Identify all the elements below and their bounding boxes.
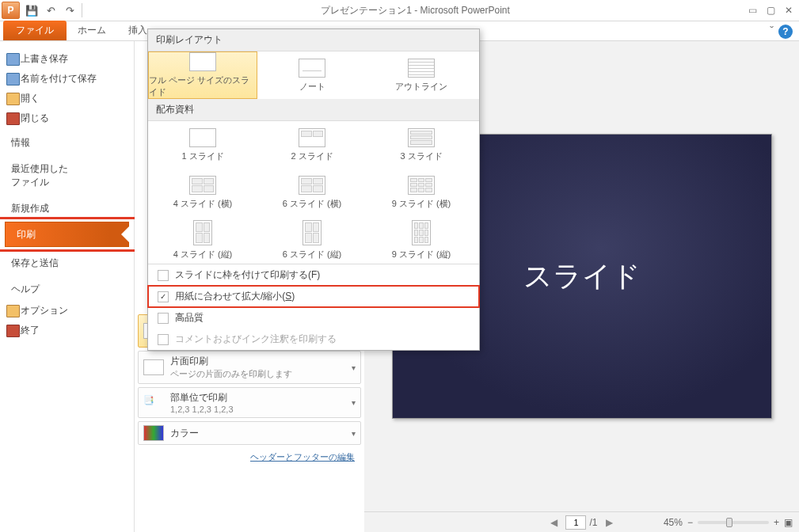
backstage-help[interactable]: ヘルプ — [0, 275, 134, 301]
color-icon — [143, 425, 164, 441]
layout-notes[interactable]: ノート — [257, 51, 367, 99]
page-icon — [302, 220, 322, 245]
option-print-ink: コメントおよびインク注釈を印刷する — [148, 329, 479, 350]
backstage-recent[interactable]: 最近使用した ファイル — [0, 154, 134, 194]
print-collate-title: 部単位で印刷 — [170, 391, 234, 405]
option-high-quality[interactable]: 高品質 — [148, 307, 479, 329]
close-icon[interactable]: ✕ — [785, 5, 793, 16]
collate-icon: 📑 — [143, 395, 164, 411]
handout-4t[interactable]: 4 スライド (縦) — [148, 216, 257, 264]
backstage-print[interactable]: 印刷 — [5, 222, 129, 247]
popup-section-handout: 配布資料 — [148, 99, 479, 121]
print-layout-popup: 印刷レイアウト フル ページ サイズのスライド ノート アウトライン 配布資料 … — [147, 28, 480, 351]
qat-save-icon[interactable]: 💾 — [25, 3, 39, 17]
zoom-in-button[interactable]: + — [774, 517, 779, 528]
print-color-title: カラー — [170, 427, 199, 440]
print-side-sub: ページの片面のみを印刷します — [170, 368, 292, 380]
qat-redo-icon[interactable]: ↷ — [63, 3, 77, 17]
help-icon[interactable]: ? — [778, 25, 793, 39]
app-button[interactable]: P — [2, 2, 20, 19]
checkbox-icon — [158, 270, 169, 281]
notes-icon — [299, 59, 325, 78]
page-icon — [193, 220, 212, 245]
option-ink-label: コメントおよびインク注釈を印刷する — [175, 332, 337, 346]
pager: ◀ /1 ▶ 45% − + ▣ — [364, 511, 799, 532]
slide-title: スライド — [523, 257, 641, 296]
print-color-select[interactable]: カラー ▾ — [138, 421, 361, 445]
handout-6w[interactable]: 6 スライド (横) — [257, 169, 367, 216]
backstage-close[interactable]: 閉じる — [0, 108, 134, 128]
handout-2[interactable]: 2 スライド — [257, 121, 367, 169]
backstage-save[interactable]: 上書き保存 — [0, 49, 134, 69]
handout-9t[interactable]: 9 スライド (縦) — [367, 216, 476, 264]
page-input[interactable] — [565, 515, 586, 530]
backstage-new[interactable]: 新規作成 — [0, 194, 134, 220]
backstage-open[interactable]: 開く — [0, 89, 134, 108]
layout-outline[interactable]: アウトライン — [367, 51, 476, 99]
zoom-slider[interactable] — [698, 521, 769, 524]
handout-9w[interactable]: 9 スライド (横) — [367, 169, 476, 216]
print-side-select[interactable]: 片面印刷 ページの片面のみを印刷します ▾ — [138, 351, 361, 384]
popup-section-layout: 印刷レイアウト — [148, 29, 479, 51]
backstage-exit[interactable]: 終了 — [0, 321, 134, 340]
option-frame-label: スライドに枠を付けて印刷する(F) — [175, 268, 320, 282]
outline-icon — [408, 59, 435, 78]
backstage-save-as[interactable]: 名前を付けて保存 — [0, 69, 134, 89]
chevron-down-icon: ▾ — [352, 429, 356, 438]
page-icon — [143, 359, 164, 375]
edit-header-footer-link[interactable]: ヘッダーとフッターの編集 — [135, 448, 364, 466]
backstage-sidebar: 上書き保存 名前を付けて保存 開く 閉じる 情報 最近使用した ファイル 新規作… — [0, 41, 135, 532]
page-total: /1 — [589, 517, 597, 528]
tab-file[interactable]: ファイル — [3, 21, 67, 40]
print-side-title: 片面印刷 — [170, 355, 292, 368]
tab-home[interactable]: ホーム — [67, 21, 117, 40]
backstage-info[interactable]: 情報 — [0, 128, 134, 154]
checkbox-icon — [158, 313, 169, 324]
backstage-options[interactable]: オプション — [0, 301, 134, 321]
handout-1[interactable]: 1 スライド — [148, 121, 257, 169]
option-scale-to-fit[interactable]: 用紙に合わせて拡大/縮小(S) — [148, 286, 479, 307]
page-icon — [299, 176, 325, 195]
maximize-icon[interactable]: ▢ — [767, 5, 775, 16]
page-icon — [408, 128, 435, 147]
window-title: プレゼンテーション1 - Microsoft PowerPoint — [82, 4, 748, 17]
layout-full-page[interactable]: フル ページ サイズのスライド — [148, 51, 257, 99]
backstage-save-send[interactable]: 保存と送信 — [0, 249, 134, 275]
chevron-down-icon: ▾ — [352, 363, 356, 372]
option-frame-slides[interactable]: スライドに枠を付けて印刷する(F) — [148, 264, 479, 286]
zoom-fit-icon[interactable]: ▣ — [784, 517, 793, 528]
prev-page-button[interactable]: ◀ — [546, 517, 562, 528]
page-icon — [412, 220, 431, 245]
next-page-button[interactable]: ▶ — [601, 517, 618, 528]
page-icon — [189, 128, 216, 147]
print-collate-sub: 1,2,3 1,2,3 1,2,3 — [170, 405, 234, 414]
page-icon — [189, 176, 216, 195]
minimize-icon[interactable]: ▭ — [748, 5, 757, 16]
checkbox-icon — [158, 334, 169, 345]
chevron-down-icon: ▾ — [352, 398, 356, 407]
zoom-label: 45% — [664, 517, 683, 528]
handout-6t[interactable]: 6 スライド (縦) — [257, 216, 367, 264]
checkbox-checked-icon — [158, 291, 169, 302]
print-collate-select[interactable]: 📑 部単位で印刷 1,2,3 1,2,3 1,2,3 ▾ — [138, 387, 361, 418]
ribbon-minimize-icon[interactable]: ˇ — [770, 25, 774, 39]
qat-undo-icon[interactable]: ↶ — [44, 3, 58, 17]
zoom-out-button[interactable]: − — [687, 517, 693, 528]
page-icon — [299, 128, 325, 147]
page-icon — [408, 176, 435, 195]
handout-4w[interactable]: 4 スライド (横) — [148, 169, 257, 216]
option-hq-label: 高品質 — [175, 311, 204, 325]
page-icon — [189, 52, 216, 71]
option-scale-label: 用紙に合わせて拡大/縮小(S) — [175, 290, 295, 303]
handout-3[interactable]: 3 スライド — [367, 121, 476, 169]
